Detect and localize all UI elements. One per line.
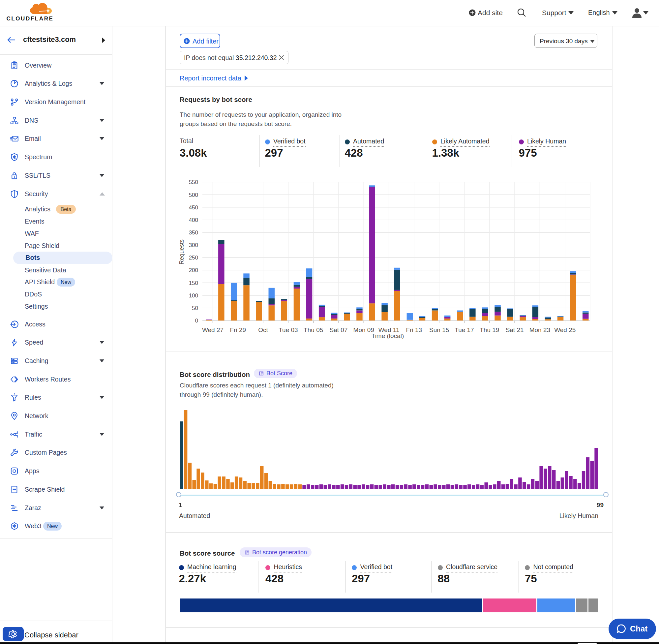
svg-text:Time (local): Time (local) (372, 332, 404, 339)
svg-text:Mon 09: Mon 09 (353, 326, 374, 334)
svg-text:Fri 29: Fri 29 (230, 326, 246, 334)
svg-text:Requests: Requests (178, 239, 185, 264)
svg-text:400: 400 (189, 217, 198, 223)
svg-text:Sun 15: Sun 15 (429, 326, 449, 334)
svg-text:Tue 03: Tue 03 (279, 326, 298, 334)
svg-text:Fri 13: Fri 13 (406, 326, 422, 334)
svg-text:Mon 23: Mon 23 (529, 326, 550, 334)
svg-text:0: 0 (195, 318, 198, 324)
svg-text:Sat 07: Sat 07 (330, 326, 348, 334)
svg-text:150: 150 (189, 280, 198, 286)
svg-text:200: 200 (189, 267, 198, 273)
svg-text:Sat 21: Sat 21 (506, 326, 524, 334)
svg-text:450: 450 (189, 204, 198, 211)
svg-text:Thu 05: Thu 05 (304, 326, 323, 334)
svg-text:250: 250 (189, 255, 198, 261)
svg-text:Wed 27: Wed 27 (202, 326, 223, 334)
svg-text:Oct: Oct (258, 326, 268, 334)
svg-text:300: 300 (189, 242, 198, 248)
svg-text:500: 500 (189, 192, 198, 198)
svg-text:50: 50 (192, 305, 198, 311)
svg-text:100: 100 (189, 293, 198, 299)
svg-text:350: 350 (189, 230, 198, 236)
svg-text:Wed 25: Wed 25 (554, 326, 575, 334)
svg-text:Thu 19: Thu 19 (480, 326, 499, 334)
svg-text:550: 550 (189, 179, 198, 185)
svg-text:Tue 17: Tue 17 (455, 326, 474, 334)
